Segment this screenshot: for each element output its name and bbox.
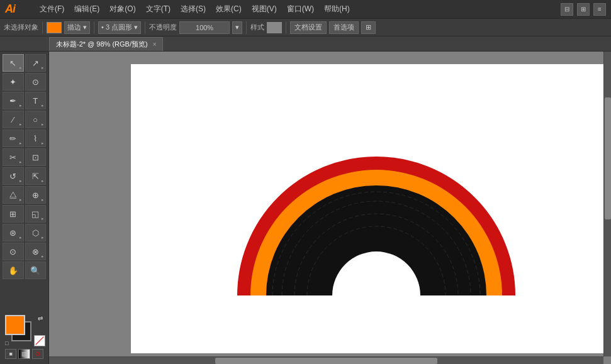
color-mode-btn[interactable]: ■: [5, 349, 16, 359]
tool-arrow5: ▸: [20, 122, 22, 127]
arrange-btn[interactable]: ⊞: [361, 21, 376, 34]
tool-arrow12: ▸: [20, 197, 22, 202]
tool-row-2: ✦ ⊙: [3, 73, 46, 91]
tool-arrow-icon: ▸: [20, 65, 22, 70]
warp-tool[interactable]: ⊕ ▸: [25, 186, 47, 204]
vscroll-thumb[interactable]: [605, 97, 611, 219]
tool-arrow8: ▸: [42, 141, 44, 146]
tool-arrow10: ▸: [20, 179, 22, 184]
app-logo: Ai: [5, 3, 25, 16]
sep5: [286, 21, 286, 34]
magic-wand-tool[interactable]: ✦: [3, 73, 24, 91]
color-mode-buttons: ■ ▨ ∅: [5, 349, 43, 359]
tool-row-6: ✂ ▸ ⊡: [3, 148, 46, 166]
tool-arrow11: ▸: [42, 179, 44, 184]
horizontal-scrollbar[interactable]: [49, 356, 603, 364]
tool-row-12: ✋ 🔍: [3, 262, 46, 279]
type-tool[interactable]: T ▸: [25, 92, 47, 109]
sep2: [94, 21, 94, 34]
gradient-mode-btn[interactable]: ▨: [18, 349, 30, 359]
eraser-tool[interactable]: ⊡: [25, 148, 47, 166]
tool-row-10: ⊛ ▸ ⬡ ▸: [3, 224, 46, 241]
hscroll-thumb[interactable]: [215, 358, 437, 364]
tool-row-7: ↺ ▸ ⇱ ▸: [3, 167, 46, 185]
tool-row-5: ✏ ▸ ⌇ ▸: [3, 130, 46, 147]
tool-row-8: ⧋ ▸ ⊕ ▸: [3, 186, 46, 204]
tab-close-btn[interactable]: ×: [153, 41, 157, 48]
width-tool[interactable]: ⧋ ▸: [3, 186, 24, 204]
tool-row-11: ⊙ ⊗ ▸: [3, 243, 46, 260]
menu-window[interactable]: 窗口(W): [283, 2, 318, 16]
hand-tool[interactable]: ✋: [3, 262, 24, 279]
stroke-dropdown[interactable]: 描边 ▾: [64, 21, 90, 34]
menu-view[interactable]: 视图(V): [247, 2, 281, 16]
preferences-btn[interactable]: 首选项: [329, 21, 359, 34]
menu-edit[interactable]: 编辑(E): [70, 2, 104, 16]
menu-bar: 文件(F) 编辑(E) 对象(O) 文字(T) 选择(S) 效果(C) 视图(V…: [35, 2, 354, 16]
preferences-label: 首选项: [334, 23, 354, 32]
options-toolbar: 未选择对象 描边 ▾ • 3 点圆形 ▾ 不透明度 ▾ 样式 文档设置 首选项 …: [0, 18, 611, 36]
artboard-tool[interactable]: ⊙: [3, 243, 24, 260]
point-style-label: • 3 点圆形: [101, 23, 132, 32]
tool-arrow17: ▸: [42, 254, 44, 259]
tab-title: 未标题-2* @ 98% (RGB/预览): [56, 40, 148, 49]
graph-tool[interactable]: ⬡ ▸: [25, 224, 47, 241]
scissors-tool[interactable]: ✂ ▸: [3, 148, 24, 166]
sep1: [42, 21, 43, 34]
pencil-tool[interactable]: ✏ ▸: [3, 130, 24, 147]
menu-help[interactable]: 帮助(H): [320, 2, 354, 16]
tool-arrow9: ▸: [20, 160, 22, 165]
tool-row-1: ↖ ▸ ↗ ▸: [3, 54, 46, 72]
stroke-label: 描边: [67, 23, 81, 32]
title-minimize[interactable]: ⊟: [561, 3, 573, 16]
none-mode-btn[interactable]: ∅: [32, 349, 43, 359]
doc-settings-btn[interactable]: 文档设置: [290, 21, 327, 34]
brush-tool[interactable]: ⌇ ▸: [25, 130, 47, 147]
tool-arrow7: ▸: [20, 141, 22, 146]
doc-settings-label: 文档设置: [294, 23, 322, 32]
chevron-down-icon3: ▾: [235, 23, 239, 31]
slice-tool[interactable]: ⊗ ▸: [25, 243, 47, 260]
swap-colors-btn[interactable]: ⇄: [38, 315, 43, 322]
opacity-input[interactable]: [179, 21, 230, 34]
document-tab[interactable]: 未标题-2* @ 98% (RGB/预览) ×: [49, 37, 163, 51]
opacity-dropdown[interactable]: ▾: [232, 21, 242, 34]
none-swatch[interactable]: [34, 335, 45, 346]
pen-tool[interactable]: ✒ ▸: [3, 92, 24, 109]
direct-select-tool[interactable]: ↗ ▸: [25, 54, 47, 72]
sep3: [145, 21, 145, 34]
lasso-tool[interactable]: ⊙: [25, 73, 47, 91]
menu-object[interactable]: 对象(O): [105, 2, 140, 16]
fill-color[interactable]: [47, 22, 62, 33]
style-box[interactable]: [267, 22, 282, 33]
tool-arrow13: ▸: [42, 197, 44, 202]
color-section: ⇄ □ ■ ▨ ∅: [3, 312, 46, 361]
zoom-tool[interactable]: 🔍: [25, 262, 47, 279]
tool-arrow15: ▸: [20, 235, 22, 240]
title-bar-right: ⊟ ⊞ ≡: [561, 3, 606, 16]
free-transform-tool[interactable]: ⊞: [3, 205, 24, 223]
chevron-down-icon: ▾: [83, 23, 87, 31]
menu-select[interactable]: 选择(S): [176, 2, 210, 16]
tool-arrow14: ▸: [42, 216, 44, 221]
title-grid[interactable]: ⊞: [577, 3, 590, 16]
scale-tool[interactable]: ⇱ ▸: [25, 167, 47, 185]
menu-effect[interactable]: 效果(C): [211, 2, 246, 16]
shape-tool[interactable]: ○ ▸: [25, 111, 47, 128]
rotate-tool[interactable]: ↺ ▸: [3, 167, 24, 185]
line-tool[interactable]: ∕ ▸: [3, 111, 24, 128]
select-tool[interactable]: ↖ ▸: [3, 54, 24, 72]
default-colors-btn[interactable]: □: [5, 340, 8, 346]
title-arrange[interactable]: ≡: [593, 3, 606, 16]
point-style-dropdown[interactable]: • 3 点圆形 ▾: [98, 21, 141, 34]
shaper-tool[interactable]: ◱ ▸: [25, 205, 47, 223]
symbol-spray-tool[interactable]: ⊛ ▸: [3, 224, 24, 241]
menu-type[interactable]: 文字(T): [142, 2, 175, 16]
foreground-color-swatch[interactable]: [5, 315, 25, 335]
tool-row-9: ⊞ ◱ ▸: [3, 205, 46, 223]
tool-arrow6: ▸: [42, 122, 44, 127]
vertical-scrollbar[interactable]: [603, 52, 611, 356]
no-selection-label: 未选择对象: [4, 23, 38, 32]
tool-arrow3: ▸: [20, 103, 22, 108]
menu-file[interactable]: 文件(F): [35, 2, 69, 16]
